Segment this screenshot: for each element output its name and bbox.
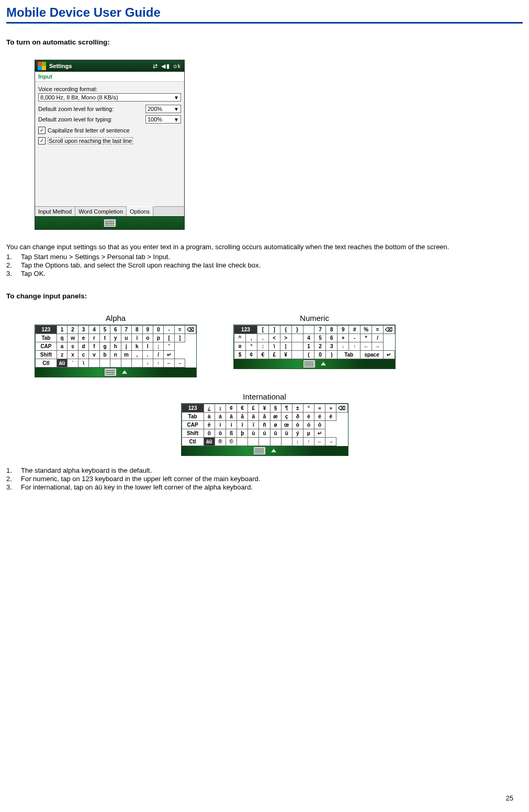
key[interactable]: û bbox=[270, 429, 281, 437]
key[interactable]: 1 bbox=[57, 325, 67, 333]
key[interactable] bbox=[132, 359, 142, 367]
key[interactable]: = bbox=[372, 325, 384, 333]
key[interactable]: ù bbox=[248, 429, 259, 437]
key[interactable] bbox=[237, 437, 248, 446]
key[interactable]: ç bbox=[281, 412, 292, 420]
key[interactable]: ↓ bbox=[292, 437, 303, 446]
key[interactable]: ± bbox=[292, 404, 303, 412]
key[interactable]: ë bbox=[204, 420, 215, 429]
key[interactable]: € bbox=[257, 350, 268, 359]
key[interactable] bbox=[248, 437, 259, 446]
key[interactable]: â bbox=[226, 412, 237, 420]
key[interactable]: £ bbox=[268, 350, 280, 359]
key[interactable]: ¤ bbox=[234, 342, 246, 350]
key[interactable]: \ bbox=[268, 342, 280, 350]
key[interactable]: s bbox=[67, 342, 78, 350]
key[interactable]: 2 bbox=[67, 325, 78, 333]
key[interactable]: z bbox=[57, 350, 67, 359]
key[interactable]: ® bbox=[215, 437, 226, 446]
key[interactable]: q bbox=[57, 333, 67, 342]
key[interactable]: ü bbox=[281, 429, 292, 437]
key[interactable]: : bbox=[257, 342, 268, 350]
key[interactable] bbox=[259, 437, 270, 446]
key[interactable]: ↵ bbox=[314, 429, 325, 437]
key[interactable]: h bbox=[110, 342, 121, 350]
key[interactable]: ° bbox=[303, 404, 314, 412]
key[interactable]: ä bbox=[248, 412, 259, 420]
scroll-last-line-checkbox[interactable]: ✓ bbox=[38, 137, 46, 144]
key[interactable]: 8 bbox=[132, 325, 142, 333]
key[interactable] bbox=[121, 359, 131, 367]
key[interactable]: j bbox=[121, 342, 131, 350]
key[interactable]: \ bbox=[78, 359, 88, 367]
key[interactable]: á bbox=[215, 412, 226, 420]
key[interactable]: ] bbox=[268, 325, 280, 333]
key[interactable]: þ bbox=[237, 429, 248, 437]
key[interactable]: è bbox=[303, 412, 314, 420]
soft-keyboard-bar[interactable] bbox=[35, 216, 184, 229]
key[interactable]: ^ bbox=[234, 333, 246, 342]
key[interactable]: # bbox=[349, 325, 361, 333]
key[interactable]: ú bbox=[259, 429, 270, 437]
key[interactable]: ] bbox=[174, 333, 185, 342]
key[interactable] bbox=[110, 359, 121, 367]
writing-zoom-dropdown[interactable]: 200% ▼ bbox=[145, 105, 181, 113]
key[interactable]: space bbox=[361, 350, 384, 359]
key[interactable]: áü bbox=[57, 359, 67, 367]
key[interactable] bbox=[291, 342, 303, 350]
key[interactable]: Ctl bbox=[36, 359, 57, 367]
key[interactable]: > bbox=[280, 333, 291, 342]
key[interactable]: r bbox=[89, 333, 99, 342]
key[interactable]: d bbox=[78, 342, 88, 350]
key[interactable]: ↓ bbox=[337, 342, 349, 350]
key[interactable]: ← bbox=[361, 342, 372, 350]
key[interactable]: ó bbox=[303, 420, 314, 429]
key[interactable]: [ bbox=[257, 325, 268, 333]
key[interactable]: ß bbox=[226, 429, 237, 437]
key[interactable]: ¥ bbox=[259, 404, 270, 412]
key[interactable]: ← bbox=[314, 437, 325, 446]
key[interactable]: y bbox=[110, 333, 121, 342]
key[interactable]: õ bbox=[204, 429, 215, 437]
key[interactable]: b bbox=[99, 350, 110, 359]
key[interactable]: w bbox=[67, 333, 78, 342]
key[interactable]: 0 bbox=[153, 325, 163, 333]
key[interactable]: g bbox=[99, 342, 110, 350]
key[interactable]: 9 bbox=[337, 325, 349, 333]
key[interactable]: í bbox=[226, 420, 237, 429]
numeric-keyboard[interactable]: 123[]{}789#%=⌫^,.<>456+-*/¤°:\|123↓↑←→$¢… bbox=[234, 325, 395, 359]
key[interactable]: ï bbox=[248, 420, 259, 429]
key[interactable]: 7 bbox=[314, 325, 326, 333]
key[interactable]: u bbox=[121, 333, 131, 342]
key[interactable]: áü bbox=[204, 437, 215, 446]
key[interactable] bbox=[291, 333, 303, 342]
key[interactable]: ¢ bbox=[226, 404, 237, 412]
key[interactable]: CAP bbox=[182, 420, 204, 429]
key[interactable]: ö bbox=[215, 429, 226, 437]
key[interactable]: } bbox=[291, 325, 303, 333]
key[interactable]: æ bbox=[270, 412, 281, 420]
key[interactable]: µ bbox=[303, 429, 314, 437]
key[interactable]: 8 bbox=[326, 325, 337, 333]
key[interactable]: Tab bbox=[36, 333, 57, 342]
key[interactable]: ( bbox=[303, 350, 314, 359]
key[interactable]: v bbox=[89, 350, 99, 359]
key[interactable] bbox=[281, 437, 292, 446]
soft-keyboard-bar[interactable] bbox=[35, 368, 196, 377]
key[interactable]: 6 bbox=[326, 333, 337, 342]
key[interactable]: - bbox=[349, 333, 361, 342]
key[interactable]: î bbox=[237, 420, 248, 429]
key[interactable]: + bbox=[337, 333, 349, 342]
key[interactable]: Ctl bbox=[182, 437, 204, 446]
key[interactable]: x bbox=[67, 350, 78, 359]
key[interactable] bbox=[291, 350, 303, 359]
key[interactable]: € bbox=[237, 404, 248, 412]
key[interactable]: a bbox=[57, 342, 67, 350]
key[interactable]: Tab bbox=[182, 412, 204, 420]
alpha-keyboard[interactable]: 1231234567890-=⌫Tabqwertyuiop[]CAPasdfgh… bbox=[35, 325, 196, 368]
key[interactable]: k bbox=[132, 342, 142, 350]
key[interactable]: £ bbox=[248, 404, 259, 412]
key[interactable]: ¶ bbox=[281, 404, 292, 412]
voice-recording-format-dropdown[interactable]: 8,000 Hz, 8 Bit, Mono (8 KB/s) ▼ bbox=[38, 93, 181, 102]
key[interactable]: / bbox=[372, 333, 384, 342]
